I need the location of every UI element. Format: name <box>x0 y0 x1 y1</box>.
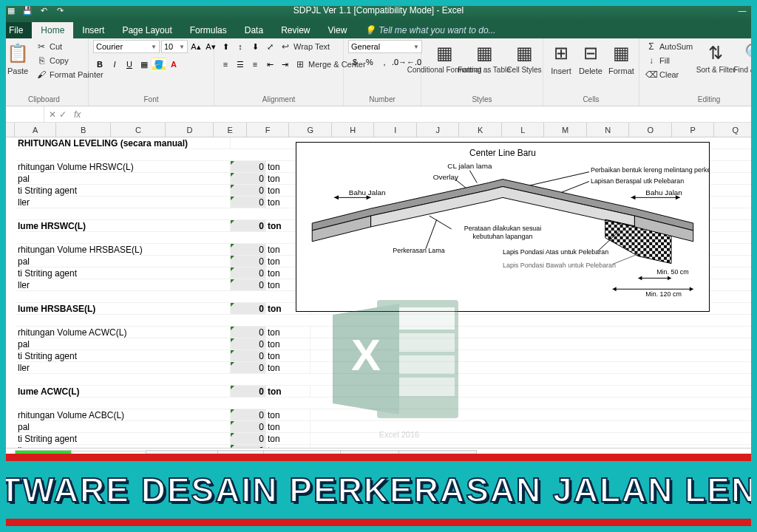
column-header[interactable]: N <box>587 123 630 137</box>
row-label[interactable]: pal <box>16 173 231 184</box>
indent-dec-button[interactable]: ⇤ <box>263 58 276 71</box>
fill-color-button[interactable]: 🪣 <box>152 58 166 71</box>
column-header[interactable]: F <box>247 123 290 137</box>
row-label[interactable]: lume HRSWC(L) <box>16 220 231 231</box>
row-value[interactable]: 0 <box>231 362 266 373</box>
find-select-button[interactable]: 🔍Find & Select <box>737 40 757 75</box>
tab-view[interactable]: View <box>319 22 356 38</box>
row-label[interactable]: lume ACWC(L) <box>16 386 231 397</box>
save-icon[interactable]: 💾 <box>21 4 34 17</box>
insert-cells-button[interactable]: ⊞Insert <box>548 40 574 77</box>
increase-decimal-button[interactable]: .0→ <box>393 55 406 69</box>
tab-data[interactable]: Data <box>236 22 272 38</box>
column-header[interactable]: O <box>629 123 672 137</box>
tab-review[interactable]: Review <box>272 22 319 38</box>
row-label[interactable]: pal <box>16 256 231 267</box>
indent-inc-button[interactable]: ⇥ <box>278 58 291 71</box>
align-top-button[interactable]: ⬆ <box>219 40 232 53</box>
row-unit[interactable]: ton <box>266 338 310 349</box>
bold-button[interactable]: B <box>93 58 106 71</box>
row-unit[interactable]: ton <box>266 327 310 338</box>
delete-cells-button[interactable]: ⊟Delete <box>577 40 604 77</box>
enter-formula-icon[interactable]: ✓ <box>59 109 67 120</box>
row-value[interactable]: 0 <box>231 327 266 338</box>
comma-button[interactable]: , <box>378 55 391 69</box>
row-unit[interactable]: ton <box>266 445 310 448</box>
row-unit[interactable]: ton <box>266 433 310 444</box>
sort-filter-button[interactable]: ⇅Sort & Filter <box>697 40 734 75</box>
redo-icon[interactable]: ↷ <box>53 4 67 17</box>
grow-font-button[interactable]: A▴ <box>189 40 203 53</box>
row-label[interactable]: rhitungan Volume ACWC(L) <box>16 327 231 338</box>
row-value[interactable]: 0 <box>231 197 266 208</box>
select-all-corner[interactable] <box>0 123 15 137</box>
currency-button[interactable]: $ <box>348 55 361 69</box>
percent-button[interactable]: % <box>363 55 376 69</box>
row-label[interactable]: ller <box>16 197 231 208</box>
row-label[interactable]: lume HRSBASE(L) <box>16 303 231 314</box>
row-value[interactable]: 0 <box>231 161 266 172</box>
row-value[interactable]: 0 <box>231 445 266 448</box>
column-header[interactable]: M <box>544 123 587 137</box>
name-box[interactable] <box>0 106 44 122</box>
align-left-button[interactable]: ≡ <box>219 58 232 71</box>
row-label[interactable]: rhitungan Volume ACBC(L) <box>16 409 231 420</box>
row-value[interactable]: 0 <box>231 386 266 397</box>
orientation-button[interactable]: ⤢ <box>263 40 276 53</box>
row-value[interactable]: 0 <box>231 409 266 420</box>
row-value[interactable]: 0 <box>231 279 266 290</box>
row-label[interactable]: pal <box>16 421 231 432</box>
format-cells-button[interactable]: ▦Format <box>607 40 636 77</box>
row-value[interactable]: 0 <box>231 173 266 184</box>
autosum-button[interactable]: ΣAutoSum <box>644 40 694 53</box>
row-unit[interactable]: ton <box>266 421 310 432</box>
border-button[interactable]: ▦ <box>138 58 151 71</box>
row-value[interactable]: 0 <box>231 267 266 279</box>
format-as-table-button[interactable]: ▦Format as Table <box>466 40 503 75</box>
tell-me[interactable]: 💡Tell me what you want to do... <box>356 22 504 38</box>
align-middle-button[interactable]: ↕ <box>234 40 247 53</box>
row-label[interactable]: rhitungan Volume HRSWC(L) <box>16 161 231 172</box>
align-bottom-button[interactable]: ⬇ <box>248 40 262 53</box>
clear-button[interactable]: ⌫Clear <box>644 68 694 81</box>
row-label[interactable]: ller <box>16 279 231 290</box>
cell-styles-button[interactable]: ▦Cell Styles <box>506 40 543 75</box>
tab-page-layout[interactable]: Page Layout <box>113 22 180 38</box>
font-size-select[interactable]: 10▼ <box>161 40 188 53</box>
fill-button[interactable]: ↓Fill <box>644 54 694 67</box>
row-value[interactable]: 0 <box>231 433 266 444</box>
row-value[interactable]: 0 <box>231 350 266 361</box>
tab-home[interactable]: Home <box>32 22 73 38</box>
row-unit[interactable]: ton <box>266 386 310 397</box>
column-header[interactable]: A <box>15 123 56 137</box>
row-label[interactable]: ti Striting agent <box>16 267 231 279</box>
column-header[interactable]: K <box>459 123 502 137</box>
row-value[interactable]: 0 <box>231 303 266 314</box>
row-label[interactable]: ti Striting agent <box>16 433 231 444</box>
column-header[interactable]: C <box>111 123 166 137</box>
tab-formulas[interactable]: Formulas <box>181 22 236 38</box>
row-value[interactable]: 0 <box>231 421 266 432</box>
row-value[interactable]: 0 <box>231 338 266 349</box>
column-header[interactable]: P <box>672 123 715 137</box>
undo-icon[interactable]: ↶ <box>37 4 50 17</box>
column-header[interactable]: Q <box>714 123 757 137</box>
tab-insert[interactable]: Insert <box>73 22 113 38</box>
row-unit[interactable]: ton <box>266 362 310 373</box>
paste-button[interactable]: 📋Paste <box>4 40 31 77</box>
font-name-select[interactable]: Courier▼ <box>93 40 160 53</box>
row-label[interactable]: pal <box>16 338 231 349</box>
font-color-button[interactable]: A <box>167 58 180 71</box>
row-unit[interactable]: ton <box>266 409 310 420</box>
row-label[interactable]: RHITUNGAN LEVELING (secara manual) <box>16 137 231 149</box>
column-header[interactable]: H <box>332 123 375 137</box>
column-header[interactable]: E <box>214 123 247 137</box>
spreadsheet-grid[interactable]: RHITUNGAN LEVELING (secara manual)rhitun… <box>0 137 757 448</box>
minimize-button[interactable]: — <box>727 0 757 21</box>
column-header[interactable]: G <box>289 123 332 137</box>
align-right-button[interactable]: ≡ <box>248 58 262 71</box>
italic-button[interactable]: I <box>108 58 121 71</box>
row-value[interactable]: 0 <box>231 185 266 196</box>
row-value[interactable]: 0 <box>231 256 266 267</box>
row-value[interactable]: 0 <box>231 220 266 231</box>
